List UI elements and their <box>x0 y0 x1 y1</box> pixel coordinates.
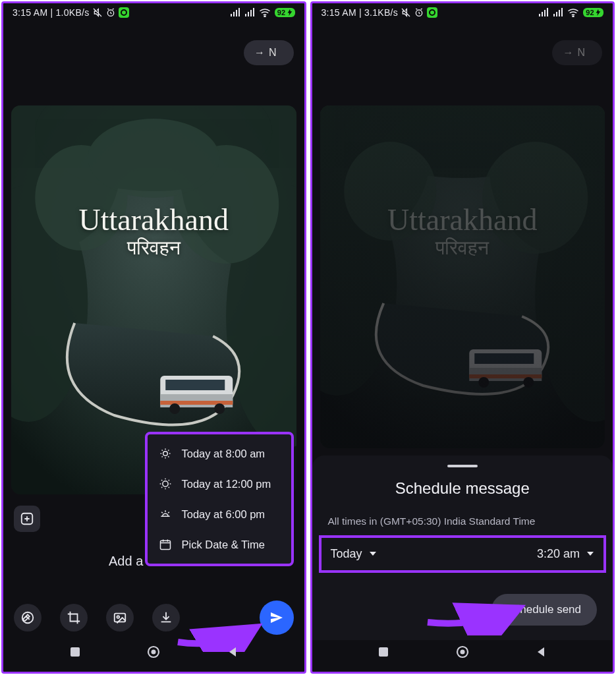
schedule-option-pick[interactable]: Pick Date & Time <box>148 529 291 560</box>
sunrise-icon <box>158 447 173 460</box>
svg-point-40 <box>482 142 588 254</box>
battery-indicator: 92 <box>583 8 603 17</box>
svg-rect-42 <box>469 368 542 381</box>
signal-icon <box>538 8 549 17</box>
phone-right: 3:15 AM | 3.1KB/s 92 → N <box>310 1 615 674</box>
battery-indicator: 92 <box>275 8 295 17</box>
svg-point-37 <box>535 171 605 422</box>
svg-point-49 <box>460 650 464 655</box>
alarm-icon <box>105 7 116 18</box>
svg-rect-43 <box>474 353 534 364</box>
schedule-sheet: Schedule message All times in (GMT+05:30… <box>312 455 613 640</box>
svg-point-28 <box>152 650 156 655</box>
svg-point-45 <box>478 377 489 388</box>
attached-image: Uttarakhand परिवहन <box>320 105 605 448</box>
schedule-menu: Today at 8:00 am Today at 12:00 pm Today… <box>145 432 294 566</box>
svg-rect-22 <box>160 541 170 549</box>
svg-point-46 <box>523 377 534 388</box>
schedule-send-button[interactable]: Schedule send <box>491 594 597 626</box>
signal-icon-2 <box>553 8 563 17</box>
svg-rect-44 <box>469 374 542 378</box>
mute-icon <box>401 7 411 18</box>
crop-button[interactable] <box>60 604 88 631</box>
svg-rect-47 <box>379 647 388 657</box>
svg-rect-41 <box>469 349 542 381</box>
alarm-icon <box>414 7 424 18</box>
wifi-icon <box>567 8 579 17</box>
schedule-option-12pm[interactable]: Today at 12:00 pm <box>148 469 291 499</box>
date-selector[interactable]: Today <box>331 547 377 561</box>
svg-point-18 <box>214 403 225 414</box>
app-badge-icon <box>119 7 129 18</box>
svg-point-35 <box>489 105 605 257</box>
image-text-overlay: Uttarakhand परिवहन <box>11 204 296 258</box>
svg-point-39 <box>344 142 436 241</box>
calendar-icon <box>158 538 173 551</box>
svg-point-32 <box>573 16 574 17</box>
arrow-right-icon: → <box>254 47 265 59</box>
nav-recents-icon[interactable] <box>69 646 81 660</box>
recipient-initial: N <box>269 47 277 59</box>
image-text-overlay: Uttarakhand परिवहन <box>320 204 605 258</box>
arrow-right-icon: → <box>563 47 573 59</box>
recipient-pill[interactable]: → N <box>552 40 602 65</box>
nav-back-icon[interactable] <box>535 646 547 660</box>
timezone-note: All times in (GMT+05:30) India Standard … <box>328 515 598 529</box>
svg-rect-15 <box>165 380 225 390</box>
svg-point-38 <box>344 105 581 178</box>
recipient-initial: N <box>577 47 585 59</box>
annotate-button[interactable] <box>14 604 42 631</box>
signal-icon <box>230 8 240 17</box>
svg-point-17 <box>169 403 180 414</box>
svg-point-3 <box>264 16 266 17</box>
chevron-down-icon <box>586 547 594 561</box>
svg-rect-26 <box>70 647 80 657</box>
app-badge-icon <box>427 7 437 18</box>
recipient-pill[interactable]: → N <box>244 40 294 65</box>
wifi-icon <box>259 8 271 17</box>
svg-point-25 <box>117 616 119 618</box>
send-button[interactable] <box>260 601 294 635</box>
add-media-button[interactable] <box>14 506 40 532</box>
chevron-down-icon <box>369 547 377 561</box>
nav-home-icon[interactable] <box>455 645 470 662</box>
status-bar: 3:15 AM | 3.1KB/s 92 <box>312 3 613 20</box>
svg-rect-30 <box>427 7 437 18</box>
status-time: 3:15 AM <box>322 7 356 18</box>
sunset-icon <box>158 508 173 521</box>
status-netspeed: 1.0KB/s <box>55 7 89 18</box>
nav-recents-icon[interactable] <box>378 646 389 660</box>
system-nav-bar <box>312 640 613 666</box>
mute-icon <box>92 7 103 18</box>
phone-left: 3:15 AM | 1.0KB/s 92 → N <box>1 1 306 674</box>
svg-point-36 <box>320 171 397 396</box>
sun-icon <box>158 477 173 490</box>
svg-point-34 <box>320 105 430 237</box>
editor-toolbar <box>14 601 294 635</box>
sheet-handle[interactable] <box>447 465 478 467</box>
status-time: 3:15 AM <box>13 7 47 18</box>
time-selector[interactable]: 3:20 am <box>537 547 594 561</box>
schedule-option-6pm[interactable]: Today at 6:00 pm <box>148 499 291 529</box>
system-nav-bar <box>3 640 304 666</box>
svg-rect-33 <box>320 105 605 448</box>
signal-icon-2 <box>244 8 255 17</box>
nav-back-icon[interactable] <box>227 646 238 660</box>
svg-point-21 <box>162 481 167 486</box>
svg-point-20 <box>163 452 167 456</box>
nav-home-icon[interactable] <box>146 645 161 662</box>
datetime-row: Today 3:20 am <box>319 535 607 573</box>
sheet-title: Schedule message <box>328 479 598 498</box>
schedule-option-8am[interactable]: Today at 8:00 am <box>148 438 291 469</box>
svg-point-12 <box>88 119 219 198</box>
gallery-button[interactable] <box>106 604 134 631</box>
svg-rect-1 <box>119 7 129 18</box>
download-button[interactable] <box>152 604 180 631</box>
status-bar: 3:15 AM | 1.0KB/s 92 <box>3 3 304 20</box>
status-netspeed: 3.1KB/s <box>364 7 398 18</box>
